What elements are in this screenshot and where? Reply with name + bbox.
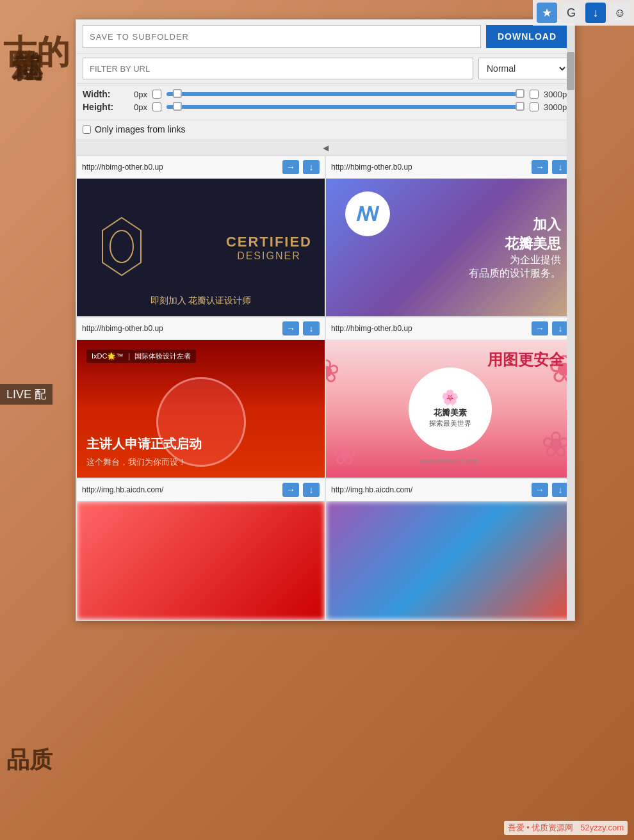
- image-cell-5: http://img.hb.aicdn.com/ → ↓: [76, 478, 325, 620]
- image-preview-2[interactable]: ꟿ 加入 花瓣美思 为企业提供 有品质的设计服务。: [326, 179, 574, 316]
- height-slider-thumb-left[interactable]: [173, 102, 182, 111]
- width-max-value: 3000px: [544, 90, 568, 99]
- watermark-text: 优质资源网: [532, 823, 573, 832]
- certified-subtitle: DESIGNER: [226, 250, 312, 262]
- yongtu-slogan: 探索最美世界: [429, 419, 471, 428]
- watermark-domain: 52yzzy.com: [580, 823, 624, 832]
- yongtu-brand: 花瓣美素: [434, 407, 467, 419]
- save-subfolder-row: DOWNLOAD: [76, 20, 574, 54]
- certified-designer-image: CERTIFIED DESIGNER 即刻加入 花瓣认证设计师: [77, 179, 325, 316]
- yongtu-main-text: 用图更安全: [487, 350, 564, 370]
- huaban-meisi-image: ꟿ 加入 花瓣美思 为企业提供 有品质的设计服务。: [326, 179, 574, 316]
- image-url-text-2: http://hbimg-other.b0.up: [331, 163, 528, 172]
- height-slider-thumb-right[interactable]: [516, 102, 524, 111]
- image-url-text-3: http://hbimg-other.b0.up: [82, 324, 279, 333]
- height-min-value: 0px: [123, 102, 147, 112]
- image-download-btn-1[interactable]: ↓: [303, 160, 320, 174]
- image-cell-1: http://hbimg-other.b0.up → ↓ CERTIFIED D…: [76, 156, 325, 317]
- yongtu-domain: www.mesupic.com: [421, 457, 479, 465]
- image-url-bar-4: http://hbimg-other.b0.up → ↓: [326, 318, 574, 340]
- only-links-checkbox[interactable]: [83, 125, 91, 134]
- scroll-hint: ◀: [76, 140, 574, 156]
- image-open-btn-2[interactable]: →: [532, 160, 548, 174]
- images-grid: http://hbimg-other.b0.up → ↓ CERTIFIED D…: [76, 156, 574, 620]
- image-preview-4[interactable]: ❀ ❀ ❀ ❀ 🌸 花瓣美素 探索最美世界 用图更安全 www.mesupic.…: [326, 340, 574, 478]
- width-min-value: 0px: [123, 90, 147, 99]
- blurred-red-image: [77, 501, 325, 620]
- image-download-btn-3[interactable]: ↓: [303, 321, 320, 335]
- image-preview-5[interactable]: [77, 501, 325, 620]
- width-slider-row: Width: 0px 3000px: [83, 89, 568, 99]
- image-cell-6: http://img.hb.aicdn.com/ → ↓: [325, 478, 574, 620]
- image-open-btn-4[interactable]: →: [532, 321, 548, 335]
- image-url-text-1: http://hbimg-other.b0.up: [82, 163, 279, 172]
- huaban-m-icon: ꟿ: [356, 203, 379, 225]
- image-downloader-panel: DOWNLOAD Normal Large Small Width: 0px 3…: [76, 19, 575, 621]
- huaban-desc2: 有品质的设计服务。: [469, 267, 561, 280]
- ixdc-badge: IxDC🌟™ ｜ 国际体验设计左者: [86, 350, 196, 363]
- image-url-bar-3: http://hbimg-other.b0.up → ↓: [77, 318, 325, 340]
- footer-watermark: 吾爱 • 优质资源网 52yzzy.com: [504, 821, 628, 835]
- image-cell-3: http://hbimg-other.b0.up → ↓ IxDC🌟™ ｜ 国际…: [76, 317, 325, 478]
- image-url-text-6: http://img.hb.aicdn.com/: [331, 485, 528, 494]
- image-url-bar-5: http://img.hb.aicdn.com/ → ↓: [77, 479, 325, 501]
- huaban-title: 加入: [469, 215, 561, 234]
- ixdc-title: 主讲人申请正式启动: [86, 435, 202, 453]
- blurred-colorful-image: [326, 501, 574, 620]
- image-open-btn-1[interactable]: →: [282, 160, 299, 174]
- bg-bottom-partial: 品质: [6, 745, 53, 776]
- width-label: Width:: [83, 89, 118, 99]
- width-max-checkbox[interactable]: [530, 90, 539, 99]
- bookmark-star-icon[interactable]: ★: [537, 3, 557, 23]
- certified-title: CERTIFIED: [226, 234, 312, 250]
- ixdc-subtitle: 这个舞台，我们为你而设！: [86, 456, 186, 468]
- huaban-desc: 为企业提供: [469, 254, 561, 267]
- google-icon[interactable]: G: [561, 3, 581, 23]
- image-preview-6[interactable]: [326, 501, 574, 620]
- save-subfolder-input[interactable]: [83, 25, 481, 48]
- download-button[interactable]: DOWNLOAD: [486, 25, 568, 48]
- scroll-arrow-icon: ◀: [323, 143, 329, 152]
- yongtu-circle: 🌸 花瓣美素 探索最美世界: [409, 368, 492, 451]
- image-open-btn-6[interactable]: →: [532, 483, 548, 497]
- ixdc-conference-image: IxDC🌟™ ｜ 国际体验设计左者 主讲人申请正式启动 这个舞台，我们为你而设！: [77, 340, 325, 478]
- image-download-btn-5[interactable]: ↓: [303, 483, 320, 497]
- scrollbar-thumb[interactable]: [567, 52, 574, 90]
- filter-url-input[interactable]: [83, 58, 473, 79]
- certified-text: CERTIFIED DESIGNER: [226, 234, 312, 262]
- sliders-area: Width: 0px 3000px Height: 0px 3000px: [76, 84, 574, 120]
- height-slider-row: Height: 0px 3000px: [83, 102, 568, 112]
- filter-row: Normal Large Small: [76, 54, 574, 84]
- image-url-bar-2: http://hbimg-other.b0.up → ↓: [326, 156, 574, 179]
- only-links-label: Only images from links: [95, 124, 186, 134]
- image-cell-4: http://hbimg-other.b0.up → ↓ ❀ ❀ ❀ ❀ 🌸 花…: [325, 317, 574, 478]
- height-slider-track[interactable]: [167, 105, 524, 109]
- huaban-brand: 花瓣美思: [469, 234, 561, 254]
- yongtu-logo: 🌸: [441, 389, 459, 406]
- image-preview-3[interactable]: IxDC🌟™ ｜ 国际体验设计左者 主讲人申请正式启动 这个舞台，我们为你而设！: [77, 340, 325, 478]
- only-links-row: Only images from links: [76, 120, 574, 140]
- normal-select[interactable]: Normal Large Small: [478, 58, 568, 79]
- yongtu-image: ❀ ❀ ❀ ❀ 🌸 花瓣美素 探索最美世界 用图更安全 www.mesupic.…: [326, 340, 574, 478]
- certified-logo: [96, 214, 147, 281]
- image-url-text-5: http://img.hb.aicdn.com/: [82, 485, 279, 494]
- certified-bottom-text: 即刻加入 花瓣认证设计师: [77, 295, 325, 307]
- huaban-circle-logo: ꟿ: [345, 191, 390, 236]
- image-open-btn-3[interactable]: →: [282, 321, 299, 335]
- bg-left-partial: 古的: [3, 32, 70, 72]
- image-cell-2: http://hbimg-other.b0.up → ↓ ꟿ 加入 花瓣美思 为…: [325, 156, 574, 317]
- width-min-checkbox[interactable]: [152, 90, 161, 99]
- image-preview-1[interactable]: CERTIFIED DESIGNER 即刻加入 花瓣认证设计师: [77, 179, 325, 316]
- huaban-text-block: 加入 花瓣美思 为企业提供 有品质的设计服务。: [469, 215, 561, 280]
- image-open-btn-5[interactable]: →: [282, 483, 299, 497]
- height-min-checkbox[interactable]: [152, 102, 161, 111]
- panel-scrollbar[interactable]: [567, 20, 574, 620]
- smiley-icon[interactable]: ☺: [610, 3, 630, 23]
- svg-point-0: [110, 230, 133, 262]
- height-label: Height:: [83, 102, 118, 112]
- width-slider-thumb-right[interactable]: [516, 89, 524, 98]
- height-max-checkbox[interactable]: [530, 102, 539, 111]
- width-slider-thumb-left[interactable]: [173, 89, 182, 98]
- width-slider-track[interactable]: [167, 92, 524, 96]
- download-extension-icon[interactable]: ↓: [585, 3, 606, 23]
